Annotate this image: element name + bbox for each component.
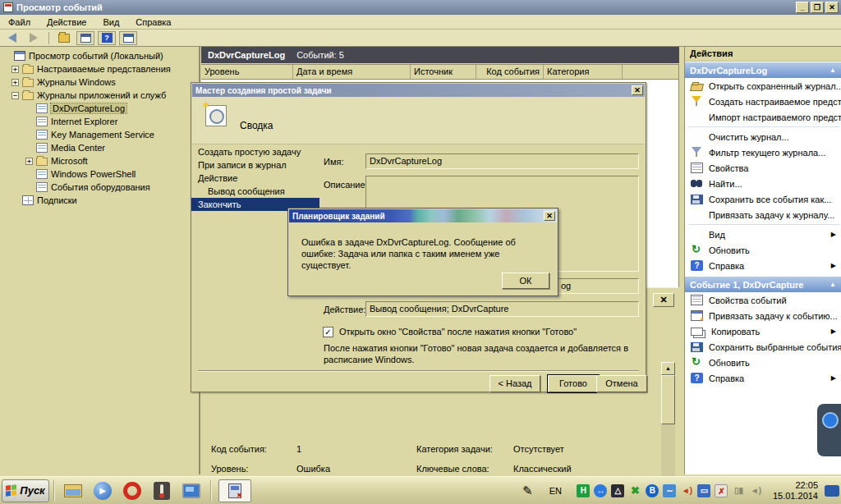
wizard-titlebar: Мастер создания простой задачи ✕ <box>192 84 645 97</box>
offline-files-tray-icon[interactable]: ✗ <box>715 484 728 497</box>
display-tray-icon[interactable]: ▭ <box>697 484 710 497</box>
forward-icon[interactable] <box>25 31 43 45</box>
action-help[interactable]: Справка▶ <box>685 258 841 273</box>
tree-item-dxdvrcapturelog[interactable]: DxDvrCaptureLog <box>0 102 199 115</box>
action-event-properties[interactable]: Свойства событий <box>685 292 841 308</box>
action-clear-log[interactable]: Очистить журнал... <box>685 129 841 144</box>
language-indicator[interactable]: EN <box>545 484 567 497</box>
scroll-up-icon[interactable]: ▲ <box>661 362 675 375</box>
task-wizard-icon <box>205 105 227 126</box>
column-datetime[interactable]: Дата и время <box>293 65 411 79</box>
daemon-tray-icon[interactable]: △ <box>611 484 624 497</box>
action-save-selected-events[interactable]: Сохранить выбранные события... <box>685 339 841 355</box>
teamviewer-edge-icon[interactable] <box>825 485 839 497</box>
back-icon[interactable] <box>3 31 21 45</box>
opera-icon[interactable] <box>122 480 143 502</box>
column-event-id[interactable]: Код события <box>476 65 544 79</box>
cancel-button[interactable]: Отмена <box>596 375 647 392</box>
restore-button[interactable]: ❐ <box>811 2 824 13</box>
collapse-arrow-icon[interactable]: ▲ <box>830 281 836 288</box>
tablet-pen-icon[interactable]: ✎ <box>522 483 533 498</box>
scroll-thumb[interactable] <box>661 375 675 424</box>
actions-section2-header[interactable]: Событие 1, DxDvrCapture ▲ <box>685 277 841 292</box>
collapse-icon[interactable] <box>11 92 19 99</box>
open-folder-icon[interactable] <box>55 31 73 45</box>
action-attach-task-to-event[interactable]: Привязать задачу к событию... <box>685 308 841 323</box>
tree-item-internet-explorer[interactable]: Internet Explorer <box>0 115 199 128</box>
action-copy[interactable]: Копировать▶ <box>685 323 841 339</box>
display-settings-icon[interactable] <box>181 480 202 502</box>
action-filter-current-log[interactable]: Фильтр текущего журнала... <box>685 144 841 160</box>
expand-icon[interactable] <box>11 79 19 86</box>
action-save-all-events[interactable]: Сохранить все события как... <box>685 191 841 207</box>
expand-icon[interactable] <box>25 158 33 165</box>
clock[interactable]: 22:05 15.01.2014 <box>773 480 818 502</box>
teamviewer-dock[interactable] <box>817 404 841 456</box>
tree-item-key-management[interactable]: Key Management Service <box>0 128 199 141</box>
teamviewer-tray-icon[interactable]: ↔ <box>594 484 607 497</box>
action-attach-task-to-log[interactable]: Привязать задачу к журналу... <box>685 207 841 222</box>
action-import-custom-view[interactable]: Импорт настраиваемого предста... <box>685 109 841 125</box>
temperature-monitor-icon[interactable] <box>151 480 172 502</box>
console-tree-icon[interactable] <box>76 31 94 45</box>
wizard-note: После нажатия кнопки "Готово" новая зада… <box>324 342 644 365</box>
touchpad-tray-icon[interactable]: ∼ <box>663 484 676 497</box>
preview-close-icon[interactable]: ✕ <box>653 293 674 307</box>
column-task-category[interactable]: Категория задачи <box>544 65 623 79</box>
minimize-button[interactable]: _ <box>796 2 809 13</box>
menu-view[interactable]: Вид <box>94 17 127 27</box>
tree-item-hardware-events[interactable]: События оборудования <box>0 181 199 194</box>
properties-icon <box>691 295 703 305</box>
event-viewer-task-button[interactable] <box>218 479 251 502</box>
menu-action[interactable]: Действие <box>39 17 94 27</box>
action-refresh-event[interactable]: Обновить <box>685 355 841 370</box>
action-field[interactable]: Вывод сообщения; DxDvrCapture <box>365 301 639 317</box>
tree-item-windows-logs[interactable]: Журналы Windows <box>0 76 199 89</box>
action-pane-icon[interactable] <box>119 31 137 45</box>
back-button[interactable]: < Назад <box>489 375 540 392</box>
action-create-custom-view[interactable]: Создать настраиваемое предста... <box>685 94 841 109</box>
explorer-icon[interactable] <box>62 480 84 502</box>
action-find[interactable]: Найти... <box>685 176 841 191</box>
wizard-close-icon[interactable]: ✕ <box>632 85 643 95</box>
finish-button[interactable]: Готово <box>548 375 599 392</box>
close-button[interactable]: ✕ <box>825 2 839 13</box>
xfire-tray-icon[interactable]: ✖ <box>628 484 641 497</box>
tree-item-app-logs[interactable]: Журналы приложений и служб <box>0 89 199 102</box>
log-icon <box>36 143 48 153</box>
column-level[interactable]: Уровень <box>201 65 293 79</box>
media-player-icon[interactable]: ▶ <box>92 480 113 502</box>
action-view[interactable]: Вид▶ <box>685 227 841 242</box>
expand-icon[interactable] <box>11 66 19 73</box>
action-properties[interactable]: Свойства <box>685 160 841 176</box>
hamachi-tray-icon[interactable]: H <box>577 484 590 497</box>
binoculars-icon <box>691 178 703 189</box>
tree-item-media-center[interactable]: Media Center <box>0 141 199 154</box>
separator <box>198 370 639 372</box>
ok-button[interactable]: ОК <box>502 273 549 289</box>
actions-section1-header[interactable]: DxDvrCaptureLog ▲ <box>685 62 841 78</box>
volume-red-tray-icon[interactable]: ◄) <box>680 484 693 497</box>
collapse-arrow-icon[interactable]: ▲ <box>830 66 836 74</box>
error-close-icon[interactable]: ✕ <box>544 211 555 221</box>
name-field[interactable]: DxDvrCaptureLog <box>365 153 639 169</box>
action-help-event[interactable]: Справка▶ <box>685 370 841 386</box>
volume-tray-icon[interactable]: ◄) <box>749 484 762 497</box>
column-source[interactable]: Источник <box>411 65 476 79</box>
help-icon[interactable]: ? <box>98 31 116 45</box>
tree-item-custom-views[interactable]: Настраиваемые представления <box>0 62 199 76</box>
network-signal-tray-icon[interactable]: ▯▮ <box>732 484 745 497</box>
tree-item-microsoft[interactable]: Microsoft <box>0 154 199 167</box>
tree-item-root[interactable]: Просмотр событий (Локальный) <box>0 49 199 62</box>
tree-item-powershell[interactable]: Windows PowerShell <box>0 167 199 181</box>
error-title: Планировщик заданий <box>292 212 385 221</box>
bluetooth-tray-icon[interactable]: B <box>646 484 659 497</box>
tree-item-subscriptions[interactable]: Подписки <box>0 194 199 207</box>
toolbar-separator <box>48 32 49 44</box>
action-refresh[interactable]: Обновить <box>685 242 841 258</box>
menu-help[interactable]: Справка <box>127 17 179 27</box>
start-button[interactable]: Пуск <box>2 479 49 502</box>
action-open-saved-log[interactable]: Открыть сохраненный журнал... <box>685 78 841 94</box>
open-properties-checkbox[interactable] <box>323 327 333 337</box>
menu-file[interactable]: Файл <box>0 17 39 27</box>
